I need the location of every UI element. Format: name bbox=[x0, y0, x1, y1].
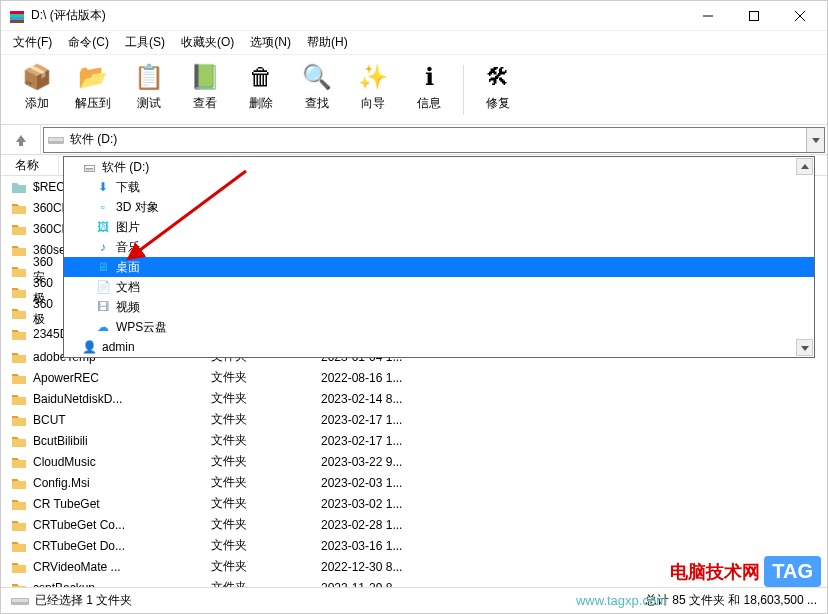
folder-icon bbox=[11, 433, 27, 449]
row-date: 2023-03-16 1... bbox=[321, 539, 481, 553]
table-row[interactable]: CloudMusic文件夹2023-03-22 9... bbox=[1, 451, 827, 472]
svg-rect-1 bbox=[10, 11, 24, 14]
row-date: 2023-03-22 9... bbox=[321, 455, 481, 469]
folder-icon bbox=[11, 242, 27, 258]
dd-music[interactable]: ♪音乐 bbox=[64, 237, 814, 257]
table-row[interactable]: CR TubeGet文件夹2023-03-02 1... bbox=[1, 493, 827, 514]
dd-admin-label: admin bbox=[102, 340, 135, 354]
tool-find[interactable]: 🔍查找 bbox=[289, 59, 345, 123]
file-list-left-strip: $REC360Cl360Cl360se360安360极360极2345D bbox=[1, 176, 63, 268]
list-item[interactable]: 360Cl bbox=[1, 218, 63, 239]
path-row: 软件 (D:) bbox=[1, 125, 827, 155]
dropdown-scroll-down[interactable] bbox=[796, 339, 813, 356]
table-row[interactable]: BaiduNetdiskD...文件夹2023-02-14 8... bbox=[1, 388, 827, 409]
dd-wps-label: WPS云盘 bbox=[116, 319, 167, 336]
table-row[interactable]: BcutBilibili文件夹2023-02-17 1... bbox=[1, 430, 827, 451]
menu-file[interactable]: 文件(F) bbox=[5, 31, 60, 54]
tool-info[interactable]: ℹ信息 bbox=[401, 59, 457, 123]
row-name: CloudMusic bbox=[33, 455, 96, 469]
tool-find-label: 查找 bbox=[305, 95, 329, 112]
address-bar[interactable]: 软件 (D:) bbox=[43, 127, 825, 153]
tool-test[interactable]: 📋测试 bbox=[121, 59, 177, 123]
folder-icon bbox=[11, 538, 27, 554]
row-name: BCUT bbox=[33, 413, 66, 427]
dd-admin[interactable]: 👤admin bbox=[64, 337, 814, 357]
list-item[interactable]: 2345D bbox=[1, 323, 63, 344]
dd-desktop[interactable]: 🖥桌面 bbox=[64, 257, 814, 277]
tool-delete[interactable]: 🗑删除 bbox=[233, 59, 289, 123]
tool-repair[interactable]: 🛠修复 bbox=[470, 59, 526, 123]
dd-music-label: 音乐 bbox=[116, 239, 140, 256]
list-item[interactable]: $REC bbox=[1, 176, 63, 197]
dd-documents[interactable]: 📄文档 bbox=[64, 277, 814, 297]
row-type: 文件夹 bbox=[211, 474, 321, 491]
menu-command[interactable]: 命令(C) bbox=[60, 31, 117, 54]
folder-icon bbox=[11, 559, 27, 575]
tool-extract-icon: 📂 bbox=[77, 61, 109, 93]
list-item[interactable]: 360Cl bbox=[1, 197, 63, 218]
dd-d-drive-icon: 🖴 bbox=[82, 160, 96, 174]
row-type: 文件夹 bbox=[211, 453, 321, 470]
table-row[interactable]: CRTubeGet Co...文件夹2023-02-28 1... bbox=[1, 514, 827, 535]
tool-wizard[interactable]: ✨向导 bbox=[345, 59, 401, 123]
tool-info-icon: ℹ bbox=[413, 61, 445, 93]
dd-videos[interactable]: 🎞视频 bbox=[64, 297, 814, 317]
dd-3d-icon: ▫ bbox=[96, 200, 110, 214]
up-button[interactable] bbox=[1, 125, 41, 155]
app-icon bbox=[9, 8, 25, 24]
menu-help[interactable]: 帮助(H) bbox=[299, 31, 356, 54]
item-name: 360Cl bbox=[33, 222, 64, 236]
status-bar: 已经选择 1 文件夹 总计 85 文件夹 和 18,603,500 ... bbox=[1, 587, 827, 613]
window-title: D:\ (评估版本) bbox=[31, 7, 685, 24]
minimize-button[interactable] bbox=[685, 1, 731, 31]
title-bar: D:\ (评估版本) bbox=[1, 1, 827, 31]
header-name[interactable]: 名称 bbox=[11, 156, 59, 175]
list-item[interactable]: 360极 bbox=[1, 302, 63, 323]
table-row[interactable]: CRTubeGet Do...文件夹2023-03-16 1... bbox=[1, 535, 827, 556]
menu-tools[interactable]: 工具(S) bbox=[117, 31, 173, 54]
tool-extract-label: 解压到 bbox=[75, 95, 111, 112]
row-type: 文件夹 bbox=[211, 558, 321, 575]
dd-d-drive[interactable]: 🖴软件 (D:) bbox=[64, 157, 814, 177]
row-name: Config.Msi bbox=[33, 476, 90, 490]
tool-view[interactable]: 📗查看 bbox=[177, 59, 233, 123]
dd-3d[interactable]: ▫3D 对象 bbox=[64, 197, 814, 217]
dd-wps-icon: ☁ bbox=[96, 320, 110, 334]
tool-extract[interactable]: 📂解压到 bbox=[65, 59, 121, 123]
table-row[interactable]: Config.Msi文件夹2023-02-03 1... bbox=[1, 472, 827, 493]
file-list[interactable]: adobeTemp文件夹2023-01-04 1...ApowerREC文件夹2… bbox=[1, 346, 827, 587]
toolbar: 📦添加📂解压到📋测试📗查看🗑删除🔍查找✨向导ℹ信息🛠修复 bbox=[1, 55, 827, 125]
maximize-button[interactable] bbox=[731, 1, 777, 31]
tool-info-label: 信息 bbox=[417, 95, 441, 112]
tool-find-icon: 🔍 bbox=[301, 61, 333, 93]
folder-icon bbox=[11, 179, 27, 195]
table-row[interactable]: ApowerREC文件夹2022-08-16 1... bbox=[1, 367, 827, 388]
location-dropdown[interactable]: 🖴软件 (D:)⬇下载▫3D 对象🖼图片♪音乐🖥桌面📄文档🎞视频☁WPS云盘👤a… bbox=[63, 156, 815, 358]
menu-bar: 文件(F) 命令(C) 工具(S) 收藏夹(O) 选项(N) 帮助(H) bbox=[1, 31, 827, 55]
table-row[interactable]: BCUT文件夹2023-02-17 1... bbox=[1, 409, 827, 430]
folder-icon bbox=[11, 391, 27, 407]
folder-icon bbox=[11, 580, 27, 588]
row-name: CRTubeGet Do... bbox=[33, 539, 125, 553]
dropdown-scroll-up[interactable] bbox=[796, 158, 813, 175]
close-button[interactable] bbox=[777, 1, 823, 31]
menu-favorites[interactable]: 收藏夹(O) bbox=[173, 31, 242, 54]
tool-wizard-icon: ✨ bbox=[357, 61, 389, 93]
address-dropdown-button[interactable] bbox=[806, 128, 824, 152]
watermark-url: www.tagxp.com bbox=[576, 593, 667, 608]
menu-options[interactable]: 选项(N) bbox=[242, 31, 299, 54]
dd-wps[interactable]: ☁WPS云盘 bbox=[64, 317, 814, 337]
dd-pictures[interactable]: 🖼图片 bbox=[64, 217, 814, 237]
dd-downloads[interactable]: ⬇下载 bbox=[64, 177, 814, 197]
tool-wizard-label: 向导 bbox=[361, 95, 385, 112]
dd-downloads-icon: ⬇ bbox=[96, 180, 110, 194]
dd-desktop-label: 桌面 bbox=[116, 259, 140, 276]
folder-icon bbox=[11, 370, 27, 386]
svg-rect-9 bbox=[49, 138, 63, 141]
tool-test-label: 测试 bbox=[137, 95, 161, 112]
svg-rect-5 bbox=[750, 11, 759, 20]
item-name: 360极 bbox=[33, 297, 63, 328]
row-type: 文件夹 bbox=[211, 369, 321, 386]
tool-add[interactable]: 📦添加 bbox=[9, 59, 65, 123]
folder-icon bbox=[11, 221, 27, 237]
